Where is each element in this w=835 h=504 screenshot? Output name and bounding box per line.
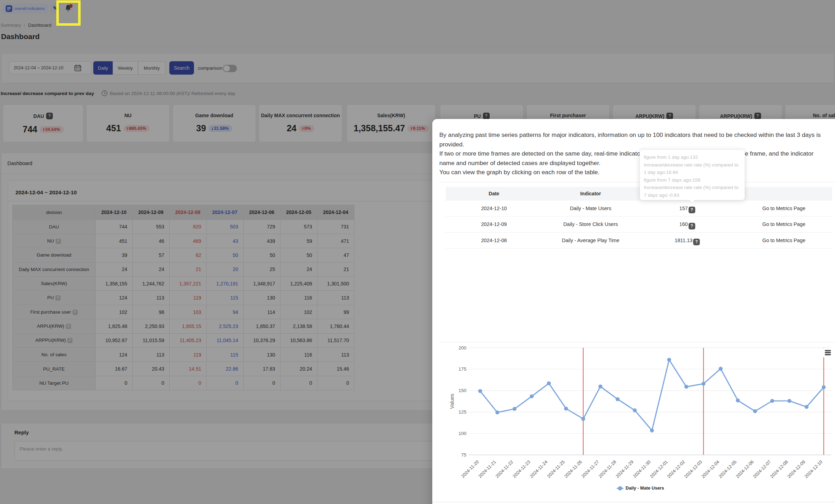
- svg-text:2024-12-08: 2024-12-08: [769, 459, 789, 479]
- svg-text:150: 150: [458, 388, 466, 393]
- svg-text:100: 100: [458, 431, 466, 436]
- svg-text:200: 200: [458, 345, 466, 351]
- svg-text:2024-12-09: 2024-12-09: [786, 459, 806, 479]
- svg-text:2024-11-30: 2024-11-30: [632, 459, 652, 479]
- svg-text:175: 175: [458, 366, 466, 372]
- svg-text:75: 75: [461, 452, 466, 458]
- svg-text:2024-11-20: 2024-11-20: [460, 459, 480, 479]
- svg-text:2024-12-07: 2024-12-07: [752, 459, 772, 479]
- svg-text:2024-12-02: 2024-12-02: [666, 459, 686, 479]
- svg-text:2024-12-03: 2024-12-03: [683, 459, 703, 479]
- svg-text:2024-11-26: 2024-11-26: [563, 459, 583, 479]
- svg-text:2024-11-25: 2024-11-25: [546, 459, 566, 479]
- svg-text:Values: Values: [449, 393, 455, 409]
- svg-text:2024-12-05: 2024-12-05: [717, 459, 737, 479]
- svg-text:Daily - Mate Users: Daily - Mate Users: [626, 486, 664, 491]
- svg-text:2024-12-04: 2024-12-04: [700, 459, 720, 479]
- svg-text:2024-12-06: 2024-12-06: [735, 459, 755, 479]
- svg-text:2024-11-29: 2024-11-29: [615, 459, 634, 479]
- svg-text:125: 125: [458, 409, 466, 415]
- svg-text:2024-11-27: 2024-11-27: [580, 459, 600, 479]
- svg-text:2024-12-01: 2024-12-01: [649, 459, 669, 479]
- svg-text:2024-11-21: 2024-11-21: [477, 459, 497, 479]
- svg-text:2024-11-24: 2024-11-24: [529, 459, 548, 479]
- svg-text:2024-11-22: 2024-11-22: [494, 459, 514, 479]
- svg-text:2024-11-23: 2024-11-23: [511, 459, 531, 479]
- svg-text:2024-12-10: 2024-12-10: [803, 459, 823, 479]
- svg-text:2024-11-28: 2024-11-28: [597, 459, 617, 479]
